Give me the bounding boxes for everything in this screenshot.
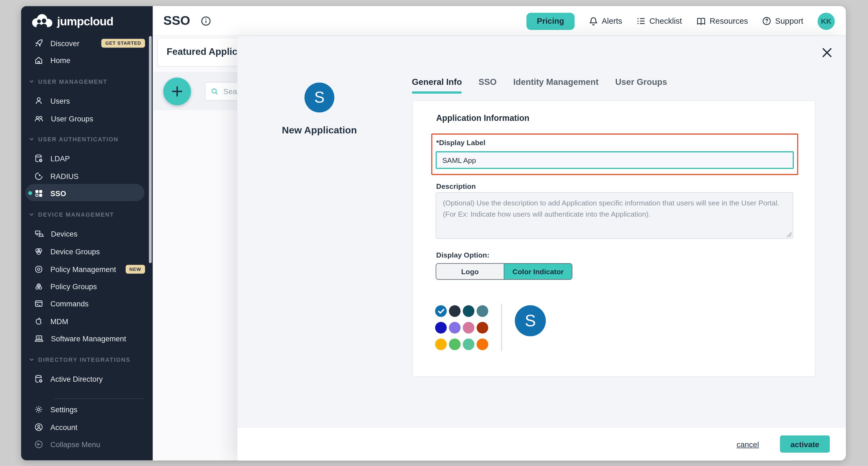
- sidebar-item-label: Active Directory: [51, 375, 103, 383]
- sidebar: jumpcloud Discover GET STARTED Home USER…: [21, 6, 153, 460]
- check-icon: [438, 308, 444, 314]
- sidebar-item-device-groups[interactable]: Device Groups: [34, 244, 145, 259]
- color-swatch-selected[interactable]: [435, 305, 447, 317]
- pricing-button[interactable]: Pricing: [526, 12, 575, 30]
- jumpcloud-cloud-icon: [31, 14, 53, 29]
- app-avatar: S: [305, 83, 335, 113]
- sidebar-item-mdm[interactable]: MDM: [34, 314, 145, 328]
- sidebar-item-home[interactable]: Home: [34, 53, 145, 68]
- bell-icon: [589, 17, 598, 26]
- sidebar-item-software-management[interactable]: Software Management: [34, 331, 145, 346]
- tab-user-groups[interactable]: User Groups: [615, 77, 668, 94]
- support-button[interactable]: Support: [763, 17, 803, 25]
- sidebar-item-user-groups[interactable]: User Groups: [34, 111, 145, 126]
- sidebar-item-collapse-menu[interactable]: Collapse Menu: [34, 437, 145, 452]
- sidebar-item-label: Home: [51, 56, 70, 64]
- app-window: jumpcloud Discover GET STARTED Home USER…: [21, 6, 846, 460]
- sidebar-item-ldap[interactable]: LDAP: [34, 151, 145, 166]
- sidebar-item-label: Settings: [51, 405, 78, 413]
- color-swatch[interactable]: [435, 339, 447, 350]
- sidebar-section-user-authentication[interactable]: USER AUTHENTICATION: [29, 135, 145, 143]
- active-indicator-dot: [28, 191, 32, 195]
- sidebar-item-radius[interactable]: RADIUS: [34, 169, 145, 183]
- software-laptop-icon: [34, 334, 44, 343]
- database-windows-icon: [34, 375, 43, 383]
- sidebar-item-label: Devices: [51, 230, 78, 238]
- color-preview-circle: S: [515, 305, 546, 337]
- description-textarea[interactable]: [436, 192, 793, 239]
- terminal-icon: [34, 299, 43, 308]
- sidebar-item-commands[interactable]: Commands: [34, 296, 145, 311]
- sidebar-item-label: RADIUS: [51, 172, 79, 180]
- sidebar-item-users[interactable]: Users: [34, 94, 145, 108]
- collapse-arrow-icon: [34, 440, 43, 448]
- grid-icon: [34, 189, 43, 198]
- color-swatch[interactable]: [463, 322, 475, 334]
- card-heading: Application Information: [436, 113, 529, 122]
- option-color-indicator[interactable]: Color Indicator: [504, 264, 572, 280]
- rocket-icon: [34, 39, 43, 48]
- question-circle-icon: [763, 17, 771, 25]
- option-logo[interactable]: Logo: [436, 264, 504, 280]
- chevron-down-icon: [29, 358, 34, 361]
- application-information-card: Application Information *Display Label D…: [412, 100, 815, 377]
- cancel-link[interactable]: cancel: [737, 440, 759, 448]
- sidebar-item-devices[interactable]: Devices: [34, 227, 145, 241]
- sidebar-item-policy-groups[interactable]: Policy Groups: [34, 279, 145, 294]
- sidebar-item-policy-management[interactable]: Policy Management NEW: [34, 262, 145, 276]
- sidebar-section-directory-integrations[interactable]: DIRECTORY INTEGRATIONS: [29, 355, 145, 364]
- color-swatch[interactable]: [476, 322, 488, 334]
- color-swatch[interactable]: [463, 305, 475, 317]
- display-option-toggle: Logo Color Indicator: [436, 263, 572, 280]
- description-label: Description: [436, 182, 476, 191]
- get-started-badge: GET STARTED: [101, 39, 145, 48]
- tab-identity-management[interactable]: Identity Management: [513, 77, 599, 94]
- sidebar-item-account[interactable]: Account: [34, 420, 145, 434]
- checklist-button[interactable]: Checklist: [637, 17, 682, 25]
- info-icon[interactable]: [200, 16, 211, 26]
- page-title: SSO: [163, 13, 190, 28]
- color-swatch[interactable]: [476, 339, 488, 350]
- sidebar-item-label: Account: [51, 423, 78, 431]
- sidebar-item-label: Commands: [51, 299, 89, 308]
- sidebar-item-discover[interactable]: Discover GET STARTED: [34, 36, 145, 51]
- sidebar-item-sso[interactable]: SSO: [34, 186, 145, 201]
- color-swatch-grid: [435, 305, 488, 350]
- color-swatch[interactable]: [435, 322, 447, 334]
- resize-handle[interactable]: [786, 232, 792, 237]
- color-swatch[interactable]: [449, 322, 461, 334]
- display-label-input[interactable]: [436, 151, 794, 169]
- add-application-button[interactable]: [163, 78, 191, 105]
- alerts-button[interactable]: Alerts: [589, 17, 622, 26]
- chevron-down-icon: [29, 80, 34, 83]
- sidebar-item-label: LDAP: [51, 154, 70, 163]
- color-swatch[interactable]: [476, 305, 488, 317]
- top-header: SSO Pricing Alerts Checklist: [153, 6, 846, 36]
- color-swatch[interactable]: [449, 305, 461, 317]
- description-field-wrap: [436, 192, 793, 239]
- home-icon: [34, 56, 43, 65]
- activate-button[interactable]: activate: [780, 435, 830, 453]
- sidebar-scrollbar[interactable]: [149, 36, 152, 263]
- sidebar-item-label: SSO: [51, 189, 66, 197]
- sidebar-item-label: User Groups: [51, 114, 93, 122]
- user-avatar[interactable]: KK: [817, 12, 835, 30]
- color-swatch[interactable]: [449, 339, 461, 350]
- apple-icon: [34, 317, 43, 326]
- swatch-preview-divider: [501, 304, 502, 351]
- sidebar-item-settings[interactable]: Settings: [34, 402, 145, 417]
- color-swatch[interactable]: [463, 339, 475, 350]
- resources-button[interactable]: Resources: [696, 17, 748, 25]
- tab-sso[interactable]: SSO: [478, 77, 496, 94]
- sidebar-item-label: Users: [51, 96, 70, 105]
- gear-icon: [34, 405, 43, 414]
- logo-text: jumpcloud: [57, 15, 113, 28]
- plus-icon: [170, 85, 184, 98]
- checklist-icon: [637, 17, 645, 25]
- sidebar-item-active-directory[interactable]: Active Directory: [34, 372, 145, 386]
- tab-general-info[interactable]: General Info: [412, 77, 462, 94]
- sidebar-section-user-management[interactable]: USER MANAGEMENT: [29, 77, 145, 86]
- sidebar-section-device-management[interactable]: DEVICE MANAGEMENT: [29, 210, 145, 219]
- devices-icon: [34, 229, 44, 238]
- close-button[interactable]: [817, 43, 836, 62]
